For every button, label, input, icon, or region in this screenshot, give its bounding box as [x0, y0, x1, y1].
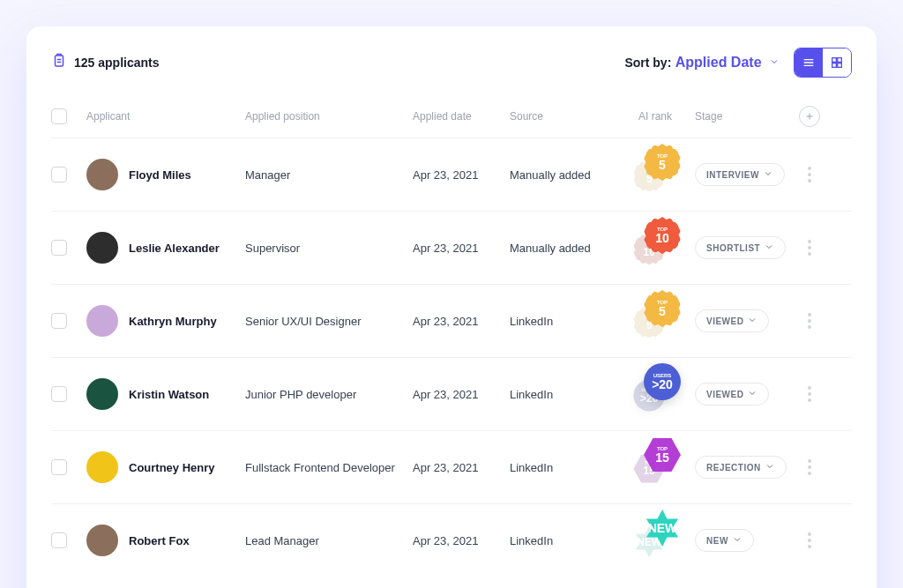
source-cell: LinkedIn: [510, 534, 616, 547]
svg-rect-0: [56, 56, 63, 66]
source-cell: LinkedIn: [510, 388, 616, 401]
header-right: Sort by: Applied Date: [624, 48, 852, 78]
row-checkbox[interactable]: [51, 313, 67, 329]
table-body: Floyd Miles Manager Apr 23, 2021 Manuall…: [51, 138, 852, 577]
date-cell: Apr 23, 2021: [413, 242, 510, 255]
row-menu-button[interactable]: [808, 313, 811, 329]
applicant-count: 125 applicants: [74, 56, 160, 70]
date-cell: Apr 23, 2021: [413, 168, 510, 182]
sort-value: Applied Date: [675, 55, 762, 70]
table-row: Robert Fox Lead Manager Apr 23, 2021 Lin…: [51, 503, 852, 577]
rank-badge-wrap: TOP10 TOP10: [629, 226, 682, 270]
applicant-name: Robert Fox: [129, 534, 190, 547]
list-view-button[interactable]: [795, 48, 823, 77]
date-cell: Apr 23, 2021: [413, 388, 510, 401]
pagination: 123: [51, 577, 852, 588]
header-left: 125 applicants: [51, 53, 160, 72]
row-menu-button[interactable]: [808, 459, 811, 475]
applicant-name: Floyd Miles: [129, 168, 191, 182]
chevron-down-icon: [747, 388, 757, 400]
col-header-applicant: Applicant: [86, 110, 245, 123]
view-toggle: [794, 48, 852, 78]
avatar: [86, 305, 118, 337]
table-row: Kathryn Murphy Senior UX/UI Designer Apr…: [51, 284, 852, 357]
date-cell: Apr 23, 2021: [413, 534, 510, 547]
applicant-name: Kristin Watson: [129, 388, 209, 401]
row-menu-button[interactable]: [808, 532, 811, 548]
chevron-down-icon: [747, 315, 757, 327]
col-header-rank: AI rank: [616, 110, 695, 123]
stage-dropdown[interactable]: NEW: [695, 529, 754, 552]
rank-badge: TOP10: [644, 217, 681, 254]
table-row: Floyd Miles Manager Apr 23, 2021 Manuall…: [51, 138, 852, 211]
row-menu-button[interactable]: [808, 167, 811, 182]
chevron-down-icon: [764, 242, 774, 254]
chevron-down-icon: [769, 55, 780, 70]
col-header-position: Applied position: [245, 110, 413, 123]
table-header: Applicant Applied position Applied date …: [51, 95, 852, 138]
select-all-checkbox[interactable]: [51, 108, 67, 124]
stage-dropdown[interactable]: VIEWED: [695, 309, 769, 332]
row-checkbox[interactable]: [51, 167, 67, 182]
row-menu-button[interactable]: [808, 386, 811, 402]
stage-dropdown[interactable]: SHORTLIST: [695, 236, 786, 259]
rank-badge: TOP5: [644, 144, 681, 181]
svg-rect-8: [832, 63, 837, 68]
applicant-cell: Kristin Watson: [86, 378, 245, 410]
table-row: Kristin Watson Junior PHP developer Apr …: [51, 357, 852, 430]
stage-dropdown[interactable]: INTERVIEW: [695, 163, 785, 186]
source-cell: Manually added: [510, 242, 616, 255]
rank-badge-wrap: USERS>20 USERS>20: [629, 372, 682, 416]
stage-label: VIEWED: [706, 390, 743, 399]
svg-rect-9: [838, 63, 842, 68]
stage-dropdown[interactable]: REJECTION: [695, 456, 787, 479]
applicant-name: Kathryn Murphy: [129, 315, 217, 328]
col-header-stage: Stage: [695, 110, 792, 123]
stage-label: REJECTION: [706, 463, 761, 473]
sort-label: Sort by:: [624, 56, 671, 70]
source-cell: LinkedIn: [510, 461, 616, 474]
source-cell: Manually added: [510, 168, 616, 182]
applicant-name: Courtney Henry: [129, 461, 215, 474]
col-header-source: Source: [510, 110, 616, 123]
applicant-cell: Kathryn Murphy: [86, 305, 245, 337]
svg-rect-7: [838, 58, 842, 63]
row-checkbox[interactable]: [51, 532, 67, 548]
applicant-cell: Courtney Henry: [86, 451, 245, 483]
position-cell: Manager: [245, 168, 413, 182]
add-column-button[interactable]: [799, 106, 820, 127]
applicant-cell: Robert Fox: [86, 525, 245, 556]
position-cell: Supervisor: [245, 242, 413, 255]
applicant-cell: Leslie Alexander: [86, 232, 245, 264]
chevron-down-icon: [765, 461, 775, 473]
chevron-down-icon: [732, 534, 743, 547]
stage-label: INTERVIEW: [706, 170, 759, 180]
applicants-card: 125 applicants Sort by: Applied Date A: [26, 26, 877, 588]
position-cell: Junior PHP developer: [245, 388, 413, 401]
avatar: [86, 378, 118, 410]
row-checkbox[interactable]: [51, 240, 67, 256]
grid-view-button[interactable]: [823, 48, 851, 77]
row-menu-button[interactable]: [808, 240, 811, 256]
stage-label: VIEWED: [706, 316, 743, 326]
sort-by-dropdown[interactable]: Sort by: Applied Date: [624, 55, 780, 71]
avatar: [86, 525, 118, 556]
rank-badge: TOP5: [644, 290, 681, 327]
rank-badge: USERS>20: [644, 363, 681, 400]
row-checkbox[interactable]: [51, 386, 67, 402]
row-checkbox[interactable]: [51, 459, 67, 475]
position-cell: Senior UX/UI Designer: [245, 315, 413, 328]
date-cell: Apr 23, 2021: [413, 315, 510, 328]
applicant-cell: Floyd Miles: [86, 159, 245, 190]
avatar: [86, 232, 118, 264]
stage-dropdown[interactable]: VIEWED: [695, 383, 769, 406]
position-cell: Lead Manager: [245, 534, 413, 547]
stage-label: NEW: [706, 536, 728, 546]
rank-badge-wrap: TOP5 TOP5: [629, 153, 682, 197]
header: 125 applicants Sort by: Applied Date: [51, 48, 852, 78]
avatar: [86, 159, 118, 190]
table-row: Leslie Alexander Supervisor Apr 23, 2021…: [51, 211, 852, 284]
table-row: Courtney Henry Fullstack Frontend Develo…: [51, 430, 852, 503]
col-header-date: Applied date: [413, 110, 510, 123]
rank-badge-wrap: NEW NEW: [629, 518, 682, 562]
